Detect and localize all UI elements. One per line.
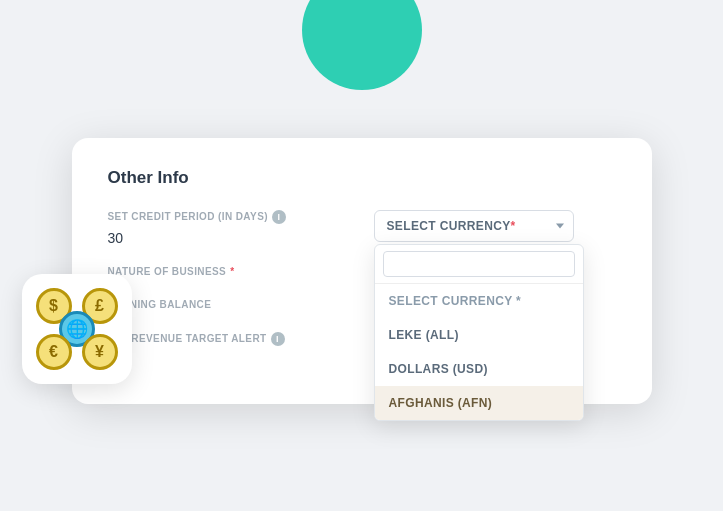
dropdown-item-dollars[interactable]: DOLLARS (USD) — [375, 352, 583, 386]
yen-coin-icon: ¥ — [82, 334, 118, 370]
credit-period-info-icon[interactable]: i — [272, 210, 286, 224]
currency-select-label: SELECT CURRENCY* — [387, 219, 516, 233]
teal-circle-decoration — [302, 0, 422, 90]
select-currency-field: SELECT CURRENCY* SELECT CURRENCY * LEKE … — [374, 210, 616, 242]
card-title: Other Info — [108, 168, 616, 188]
dropdown-item-afghanis[interactable]: AFGHANIS (AFN) — [375, 386, 583, 420]
dropdown-search-container — [375, 245, 583, 284]
currency-select-wrapper: SELECT CURRENCY* SELECT CURRENCY * LEKE … — [374, 210, 574, 242]
dropdown-item-leke[interactable]: LEKE (ALL) — [375, 318, 583, 352]
nature-required-star: * — [230, 266, 234, 277]
currency-select-box[interactable]: SELECT CURRENCY* — [374, 210, 574, 242]
row-credit-currency: SET CREDIT PERIOD (IN DAYS) i 30 SELECT … — [108, 210, 616, 248]
other-info-card: Other Info SET CREDIT PERIOD (IN DAYS) i… — [72, 138, 652, 404]
revenue-info-icon[interactable]: i — [271, 332, 285, 346]
dropdown-list: SELECT CURRENCY * LEKE (ALL) DOLLARS (US… — [375, 284, 583, 420]
credit-period-field: SET CREDIT PERIOD (IN DAYS) i 30 — [108, 210, 350, 248]
euro-coin-icon: € — [36, 334, 72, 370]
credit-period-value: 30 — [108, 228, 350, 248]
credit-period-label: SET CREDIT PERIOD (IN DAYS) i — [108, 210, 350, 224]
dropdown-search-input[interactable] — [383, 251, 575, 277]
currency-icon-grid: $ £ 🌐 € ¥ — [36, 288, 118, 370]
currency-dropdown: SELECT CURRENCY * LEKE (ALL) DOLLARS (US… — [374, 244, 584, 421]
dropdown-item-placeholder[interactable]: SELECT CURRENCY * — [375, 284, 583, 318]
currency-icon-badge: $ £ 🌐 € ¥ — [22, 274, 132, 384]
